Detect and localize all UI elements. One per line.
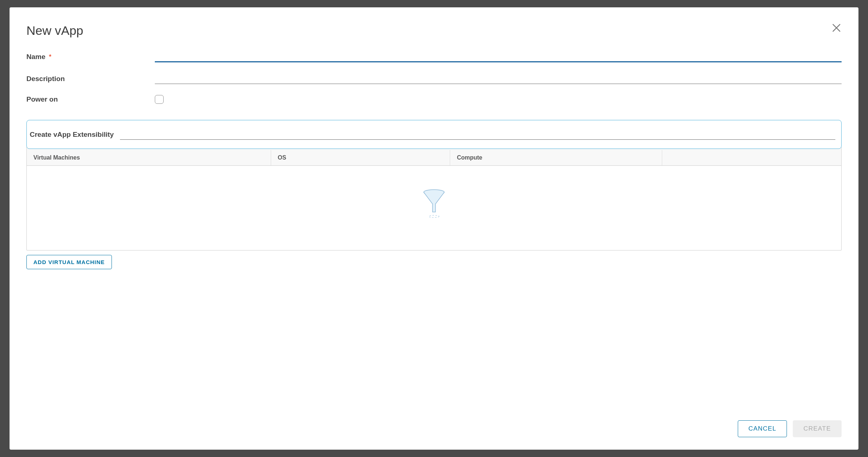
col-os: OS bbox=[271, 150, 450, 165]
modal-footer: CANCEL CREATE bbox=[26, 409, 842, 437]
description-input[interactable] bbox=[155, 73, 842, 84]
new-vapp-modal: New vApp Name * Description Power on Cre… bbox=[10, 7, 858, 450]
poweron-row: Power on bbox=[26, 95, 842, 104]
add-virtual-machine-button[interactable]: ADD VIRTUAL MACHINE bbox=[26, 255, 112, 269]
extensibility-label: Create vApp Extensibility bbox=[30, 131, 120, 139]
svg-point-1 bbox=[429, 215, 439, 217]
name-label-text: Name bbox=[26, 53, 45, 61]
close-icon bbox=[831, 23, 842, 33]
table-header: Virtual Machines OS Compute bbox=[27, 147, 841, 166]
close-button[interactable] bbox=[831, 23, 842, 33]
col-compute: Compute bbox=[450, 150, 662, 165]
col-actions bbox=[662, 150, 841, 165]
col-virtual-machines: Virtual Machines bbox=[27, 150, 271, 165]
name-input[interactable] bbox=[155, 51, 842, 62]
name-label: Name * bbox=[26, 53, 155, 61]
name-row: Name * bbox=[26, 51, 842, 62]
vm-table: Virtual Machines OS Compute bbox=[26, 147, 842, 251]
description-label: Description bbox=[26, 75, 155, 83]
cancel-button[interactable]: CANCEL bbox=[738, 420, 787, 437]
table-empty-body bbox=[27, 166, 841, 250]
modal-title: New vApp bbox=[26, 23, 842, 38]
create-button: CREATE bbox=[793, 420, 842, 437]
description-row: Description bbox=[26, 73, 842, 84]
poweron-label: Power on bbox=[26, 95, 155, 103]
extensibility-row: Create vApp Extensibility bbox=[26, 120, 842, 149]
required-asterisk: * bbox=[49, 53, 51, 61]
extensibility-input[interactable] bbox=[120, 129, 835, 140]
poweron-checkbox[interactable] bbox=[155, 95, 164, 104]
funnel-icon bbox=[423, 189, 445, 219]
